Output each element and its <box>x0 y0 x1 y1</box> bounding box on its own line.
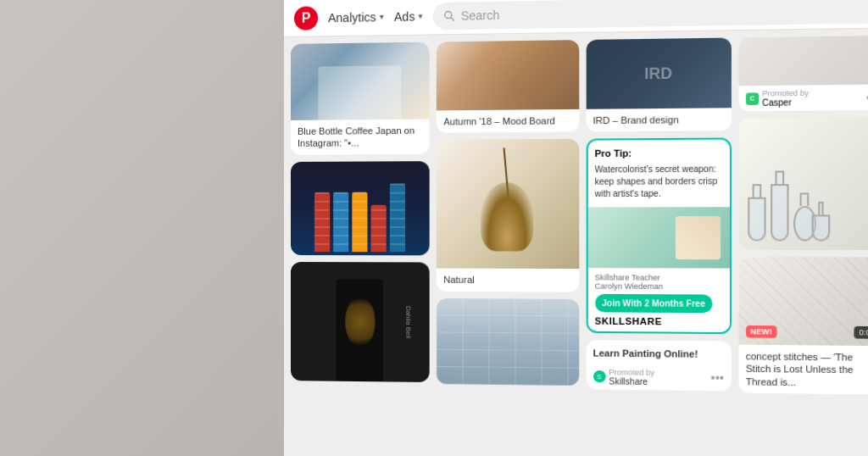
pin-title-mood: Autumn '18 – Mood Board <box>437 109 579 133</box>
pin-image-natural <box>437 139 579 269</box>
flask-1 <box>748 184 765 241</box>
flask-body-1 <box>748 197 765 242</box>
arch-lines-pattern <box>437 298 579 386</box>
flask-neck-3 <box>800 192 810 206</box>
bottle-yellow <box>352 192 367 251</box>
pin-column-1: Blue Bottle Coffee Japan on Instagram: "… <box>291 42 430 452</box>
promoted-casper-section: C Promoted by Casper ••• <box>738 84 868 111</box>
flask-2 <box>771 170 789 241</box>
screen-content: P Analytics ▾ Ads ▾ Search <box>284 0 868 456</box>
more-options-button[interactable]: ••• <box>710 371 724 386</box>
main-content: Blue Bottle Coffee Japan on Instagram: "… <box>284 28 868 456</box>
casper-icon: C <box>746 92 759 105</box>
search-icon <box>443 9 455 21</box>
hand-drawing-image <box>676 215 721 259</box>
pin-title-blue-bottle: Blue Bottle Coffee Japan on Instagram: "… <box>291 120 430 155</box>
ads-nav-item[interactable]: Ads ▾ <box>394 9 423 24</box>
pin-image-mood <box>437 40 579 110</box>
promoted-label-skillshare: Promoted by Skillshare <box>609 368 654 386</box>
skillshare-footer: Skillshare Teacher Carolyn Wiedeman Join… <box>587 268 729 332</box>
video-duration-badge: 0:08 <box>854 326 868 339</box>
pin-image-casper <box>738 36 868 86</box>
bottle-blue-2 <box>390 183 405 252</box>
pin-card-stitch[interactable]: 0:08 NEW! concept stitches — 'The Stitch… <box>738 257 868 394</box>
pin-column-4: C Promoted by Casper ••• <box>738 36 868 456</box>
pro-tip-body-text: Watercolorist's secret weapon: keep shap… <box>595 163 722 200</box>
ads-chevron-icon: ▾ <box>419 11 423 20</box>
pin-image-bottles <box>291 161 430 255</box>
bottle-red-2 <box>371 204 387 251</box>
pin-card-skillshare-ad[interactable]: Pro Tip: Watercolorist's secret weapon: … <box>586 138 732 334</box>
flask-neck-1 <box>752 184 761 197</box>
natural-object <box>481 182 534 252</box>
pin-image-stitch: 0:08 NEW! <box>738 257 868 346</box>
flask-neck-2 <box>775 170 784 184</box>
flask-neck-4 <box>818 202 823 215</box>
new-content-badge: NEW! <box>746 325 777 338</box>
skillshare-ad-image <box>587 207 729 268</box>
pin-column-2: Autumn '18 – Mood Board Natural <box>437 40 579 454</box>
pin-card-learn-painting[interactable]: Learn Painting Online! S Promoted by Ski… <box>586 340 732 392</box>
skillshare-pro-tip-section: Pro Tip: Watercolorist's secret weapon: … <box>587 140 729 207</box>
search-placeholder: Search <box>461 8 500 22</box>
monitor-frame: P Analytics ▾ Ads ▾ Search <box>0 0 868 456</box>
pin-card-bottles[interactable] <box>291 161 430 255</box>
pin-image-pants: Dahlia Bell <box>291 262 430 382</box>
pins-grid: Blue Bottle Coffee Japan on Instagram: "… <box>291 36 868 456</box>
skillshare-promoted-icon: S <box>593 370 606 383</box>
pin-title-ird: IRD – Brand design <box>586 108 732 131</box>
flask-body-4 <box>811 214 830 241</box>
pin-card-chemistry[interactable] <box>738 117 868 250</box>
vertical-credit-text: Dahlia Bell <box>404 305 412 338</box>
analytics-label: Analytics <box>328 10 376 25</box>
pin-card-casper[interactable]: C Promoted by Casper ••• <box>738 36 868 111</box>
casper-promoted-info: Promoted by Casper <box>762 89 809 108</box>
pro-tip-label: Pro Tip: <box>595 147 722 161</box>
pants-eye-design <box>345 296 375 348</box>
skillshare-logo-text: SKILLSHARE <box>595 315 722 326</box>
pin-title-learn-painting: Learn Painting Online! <box>586 340 732 366</box>
bottle-blue <box>333 192 348 251</box>
pin-card-mood[interactable]: Autumn '18 – Mood Board <box>437 40 579 133</box>
pinterest-logo[interactable]: P <box>294 6 318 31</box>
teacher-label: Skillshare Teacher Carolyn Wiedeman <box>595 273 722 291</box>
analytics-chevron-icon: ▾ <box>380 12 384 21</box>
flask-4 <box>811 202 830 242</box>
promoted-row-skillshare: S Promoted by Skillshare ••• <box>586 364 732 392</box>
analytics-nav-item[interactable]: Analytics ▾ <box>328 10 384 25</box>
flask-body-2 <box>771 184 789 242</box>
svg-line-1 <box>451 17 454 20</box>
search-bar[interactable]: Search <box>433 0 868 30</box>
pin-image-blue-bottle <box>291 42 430 120</box>
pin-card-ird[interactable]: IRD – Brand design <box>586 37 732 131</box>
pin-card-pants[interactable]: Dahlia Bell <box>291 262 430 382</box>
pin-column-3: IRD – Brand design Pro Tip: Watercoloris… <box>586 37 732 456</box>
pin-image-ird <box>586 37 732 108</box>
pin-card-natural[interactable]: Natural <box>437 139 579 292</box>
bottle-red <box>314 192 330 251</box>
pin-card-blue-bottle[interactable]: Blue Bottle Coffee Japan on Instagram: "… <box>291 42 430 155</box>
ads-label: Ads <box>394 9 415 24</box>
pin-image-architecture <box>437 298 579 386</box>
desk-background <box>0 0 288 456</box>
join-skillshare-button[interactable]: Join With 2 Months Free <box>595 294 713 313</box>
pin-title-stitch: concept stitches — 'The Stitch is Lost U… <box>738 345 868 395</box>
pin-card-architecture[interactable] <box>437 298 579 386</box>
pants-shape <box>337 279 384 381</box>
pin-title-natural: Natural <box>437 269 579 292</box>
pin-image-chemistry <box>738 117 868 250</box>
casper-promoted-row: C Promoted by Casper ••• <box>746 88 868 108</box>
